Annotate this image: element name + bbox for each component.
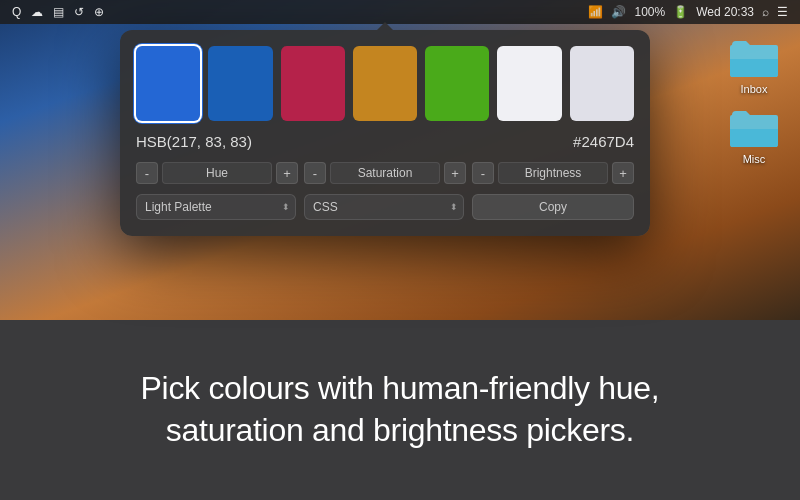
menu-icon[interactable]: ☰	[777, 5, 788, 19]
cloud-icon[interactable]: ☁	[31, 5, 43, 19]
brightness-minus-button[interactable]: -	[472, 162, 494, 184]
swatch-2[interactable]	[208, 46, 272, 121]
volume-icon: 🔊	[611, 5, 626, 19]
tagline: Pick colours with human-friendly hue, sa…	[141, 368, 660, 451]
hex-display: #2467D4	[573, 133, 634, 150]
menubar-left: Q ☁ ▤ ↺ ⊕	[12, 5, 104, 19]
bottom-section: Pick colours with human-friendly hue, sa…	[0, 320, 800, 500]
color-picker-popup: HSB(217, 83, 83) #2467D4 - Hue + - Satur…	[120, 30, 650, 236]
copy-label: Copy	[539, 200, 567, 214]
saturation-group: - Saturation +	[304, 162, 466, 184]
copy-button[interactable]: Copy	[472, 194, 634, 220]
misc-folder-item[interactable]: Misc	[728, 105, 780, 165]
battery-icon: 🔋	[673, 5, 688, 19]
inbox-label: Inbox	[741, 83, 768, 95]
brightness-group: - Brightness +	[472, 162, 634, 184]
saturation-minus-button[interactable]: -	[304, 162, 326, 184]
palette-dropdown-label: Light Palette	[145, 200, 212, 214]
battery-percent: 100%	[634, 5, 665, 19]
inbox-folder-item[interactable]: Inbox	[728, 35, 780, 95]
display-icon[interactable]: ▤	[53, 5, 64, 19]
hsb-display: HSB(217, 83, 83)	[136, 133, 252, 150]
saturation-plus-button[interactable]: +	[444, 162, 466, 184]
swatch-5[interactable]	[425, 46, 489, 121]
format-dropdown-label: CSS	[313, 200, 338, 214]
search-icon[interactable]: ⌕	[762, 5, 769, 19]
inbox-folder-icon	[728, 35, 780, 79]
format-select-wrapper: CSS ⬍	[304, 194, 464, 220]
swatch-3[interactable]	[281, 46, 345, 121]
saturation-label: Saturation	[330, 162, 440, 184]
hue-plus-button[interactable]: +	[276, 162, 298, 184]
time-machine-icon[interactable]: ↺	[74, 5, 84, 19]
swatch-4[interactable]	[353, 46, 417, 121]
palette-select-wrapper: Light Palette ⬍	[136, 194, 296, 220]
swatch-1[interactable]	[136, 46, 200, 121]
bottom-row: Light Palette ⬍ CSS ⬍ Copy	[136, 194, 634, 220]
finder-icons: Inbox Misc	[728, 35, 780, 165]
tagline-line2: saturation and brightness pickers.	[166, 412, 634, 448]
sliders-row: - Hue + - Saturation + - Brightness +	[136, 162, 634, 184]
swatch-7[interactable]	[570, 46, 634, 121]
format-dropdown[interactable]: CSS	[304, 194, 464, 220]
misc-label: Misc	[743, 153, 766, 165]
wifi-icon: 📶	[588, 5, 603, 19]
menubar-right: 📶 🔊 100% 🔋 Wed 20:33 ⌕ ☰	[588, 5, 788, 19]
brightness-label: Brightness	[498, 162, 608, 184]
brightness-plus-button[interactable]: +	[612, 162, 634, 184]
color-info: HSB(217, 83, 83) #2467D4	[136, 133, 634, 150]
hue-label: Hue	[162, 162, 272, 184]
menubar: Q ☁ ▤ ↺ ⊕ 📶 🔊 100% 🔋 Wed 20:33 ⌕ ☰	[0, 0, 800, 24]
tagline-line1: Pick colours with human-friendly hue,	[141, 370, 660, 406]
swatches-row	[136, 46, 634, 121]
misc-folder-icon	[728, 105, 780, 149]
datetime: Wed 20:33	[696, 5, 754, 19]
swatch-6[interactable]	[497, 46, 561, 121]
palette-dropdown[interactable]: Light Palette	[136, 194, 296, 220]
hue-group: - Hue +	[136, 162, 298, 184]
hue-minus-button[interactable]: -	[136, 162, 158, 184]
app-icon[interactable]: Q	[12, 5, 21, 19]
extras-icon[interactable]: ⊕	[94, 5, 104, 19]
